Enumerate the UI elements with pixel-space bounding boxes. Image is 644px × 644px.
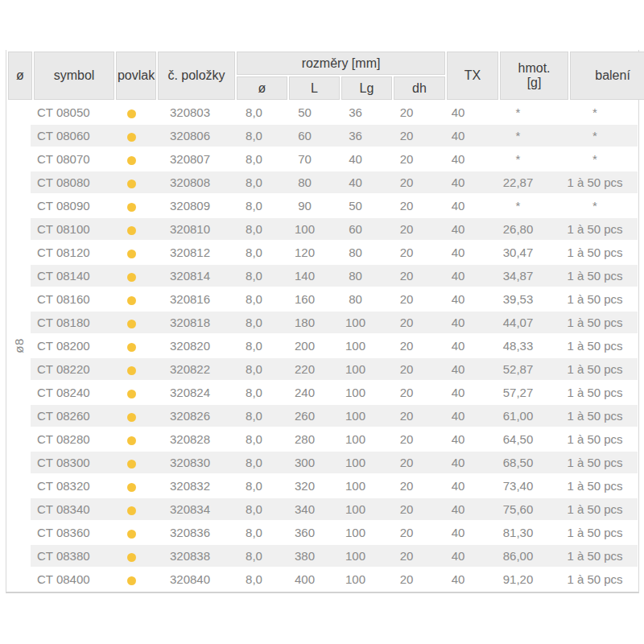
cell-tx: 40	[432, 335, 484, 357]
cell-dim-l: 280	[279, 428, 330, 450]
cell-packaging: 1 à 50 pcs	[552, 405, 638, 427]
cell-item-no: 320806	[151, 125, 229, 147]
cell-item-no: 320828	[151, 428, 229, 450]
cell-symbol: CT 08200	[31, 335, 111, 357]
cell-dim-l: 90	[279, 195, 330, 217]
coating-dot-icon	[127, 530, 136, 539]
cell-tx: 40	[432, 382, 484, 403]
cell-weight: *	[484, 125, 552, 147]
cell-weight: 86,00	[484, 545, 552, 567]
table-row: CT 08180 320818 8,0 180 100 20 40 44,07 …	[6, 312, 638, 333]
cell-packaging: *	[552, 101, 638, 123]
cell-tx: 40	[432, 358, 484, 380]
cell-dim-dh: 20	[381, 452, 432, 473]
cell-dim-lg: 100	[330, 475, 381, 497]
table-row: CT 08260 320826 8,0 260 100 20 40 61,00 …	[6, 405, 638, 427]
table-row: CT 08140 320814 8,0 140 80 20 40 34,87 1…	[6, 265, 638, 287]
cell-item-no: 320818	[151, 312, 229, 333]
col-header-tx: TX	[447, 52, 498, 100]
cell-dim-l: 380	[279, 545, 330, 567]
cell-dim-dh: 20	[381, 171, 432, 193]
col-header-packaging: balení	[570, 52, 644, 100]
cell-packaging: 1 à 50 pcs	[552, 358, 638, 380]
cell-tx: 40	[432, 125, 484, 147]
cell-item-no: 320830	[151, 452, 229, 473]
table-row: CT 08280 320828 8,0 280 100 20 40 64,50 …	[6, 428, 638, 450]
coating-dot-icon	[127, 296, 136, 305]
cell-weight: 61,00	[484, 405, 552, 427]
cell-item-no: 320807	[151, 148, 229, 170]
cell-dim-lg: 50	[330, 195, 381, 217]
cell-dim-d: 8,0	[229, 452, 279, 473]
cell-symbol: CT 08070	[31, 148, 111, 170]
cell-symbol: CT 08280	[31, 428, 111, 450]
cell-weight: 75,60	[484, 498, 552, 520]
cell-coating	[111, 568, 151, 590]
cell-dim-dh: 20	[381, 522, 432, 543]
cell-packaging: 1 à 50 pcs	[552, 545, 638, 567]
cell-dim-d: 8,0	[229, 288, 279, 310]
cell-tx: 40	[432, 195, 484, 217]
cell-tx: 40	[432, 242, 484, 263]
cell-coating	[111, 382, 151, 403]
cell-dim-d: 8,0	[229, 522, 279, 543]
catalog-table: ø symbol povlak č. položky rozměry [mm] …	[6, 50, 639, 593]
cell-symbol: CT 08100	[31, 218, 111, 240]
cell-tx: 40	[432, 218, 484, 240]
cell-packaging: *	[552, 148, 638, 170]
cell-dim-l: 360	[279, 522, 330, 543]
cell-coating	[111, 101, 151, 123]
cell-dim-d: 8,0	[229, 428, 279, 450]
cell-dim-d: 8,0	[229, 498, 279, 520]
table-row: CT 08120 320812 8,0 120 80 20 40 30,47 1…	[6, 242, 638, 263]
coating-dot-icon	[127, 506, 136, 515]
diameter-group-cell: ø8	[6, 101, 31, 590]
table-row: CT 08080 320808 8,0 80 40 20 40 22,87 1 …	[6, 171, 638, 193]
cell-coating	[111, 125, 151, 147]
cell-weight: 39,53	[484, 288, 552, 310]
cell-item-no: 320810	[151, 218, 229, 240]
cell-symbol: CT 08140	[31, 265, 111, 287]
cell-dim-l: 100	[279, 218, 330, 240]
cell-dim-d: 8,0	[229, 312, 279, 333]
cell-dim-dh: 20	[381, 568, 432, 590]
cell-dim-lg: 100	[330, 405, 381, 427]
cell-symbol: CT 08340	[31, 498, 111, 520]
cell-packaging: 1 à 50 pcs	[552, 498, 638, 520]
cell-dim-dh: 20	[381, 475, 432, 497]
cell-dim-lg: 36	[330, 125, 381, 147]
cell-coating	[111, 242, 151, 263]
cell-dim-dh: 20	[381, 405, 432, 427]
coating-dot-icon	[127, 390, 136, 398]
table-row: CT 08240 320824 8,0 240 100 20 40 57,27 …	[6, 382, 638, 403]
cell-dim-dh: 20	[381, 148, 432, 170]
cell-tx: 40	[432, 522, 484, 543]
cell-packaging: *	[552, 125, 638, 147]
cell-dim-lg: 100	[330, 382, 381, 403]
cell-item-no: 320836	[151, 522, 229, 543]
cell-dim-d: 8,0	[229, 148, 279, 170]
cell-packaging: 1 à 50 pcs	[552, 452, 638, 473]
cell-weight: 26,80	[484, 218, 552, 240]
cell-weight: 73,40	[484, 475, 552, 497]
cell-packaging: 1 à 50 pcs	[552, 171, 638, 193]
cell-dim-dh: 20	[381, 101, 432, 123]
cell-dim-l: 320	[279, 475, 330, 497]
col-header-diameter: ø	[8, 52, 32, 100]
cell-dim-d: 8,0	[229, 545, 279, 567]
cell-item-no: 320832	[151, 475, 229, 497]
coating-dot-icon	[127, 436, 136, 445]
cell-coating	[111, 195, 151, 217]
cell-item-no: 320838	[151, 545, 229, 567]
cell-dim-d: 8,0	[229, 358, 279, 380]
cell-dim-dh: 20	[381, 382, 432, 403]
cell-packaging: 1 à 50 pcs	[552, 242, 638, 263]
cell-coating	[111, 428, 151, 450]
cell-symbol: CT 08380	[31, 545, 111, 567]
cell-weight: 52,87	[484, 358, 552, 380]
cell-tx: 40	[432, 428, 484, 450]
cell-dim-l: 220	[279, 358, 330, 380]
cell-symbol: CT 08300	[31, 452, 111, 473]
cell-item-no: 320824	[151, 382, 229, 403]
header-row-top: ø symbol povlak č. položky rozměry [mm] …	[8, 52, 644, 75]
